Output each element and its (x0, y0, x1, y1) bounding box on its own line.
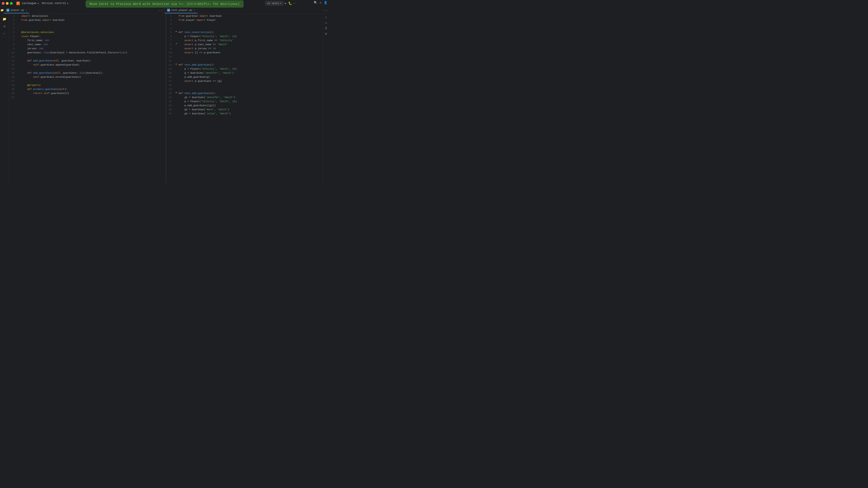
structure-right-icon[interactable]: ⊟ (324, 20, 329, 25)
code-line: 11 (9, 55, 166, 59)
titlebar-actions: 🔍 ⚙ 👤 (314, 1, 327, 4)
play-button[interactable]: ▶ (285, 1, 287, 5)
fullscreen-button[interactable] (10, 2, 13, 5)
checkmark-right-icon: ✓ (326, 9, 327, 12)
account-icon[interactable]: 👤 (324, 1, 327, 4)
titlebar: P laxleague ▾ Version control ▾ Move Car… (0, 0, 329, 7)
code-line: 20 ▶ def test_add_guardians(): (166, 91, 323, 95)
code-line: 4 (9, 26, 166, 30)
code-line: 24 g2 = Guardian('Mark', 'Smith') (166, 107, 323, 111)
py-icon: py (6, 8, 9, 12)
code-line: 19 (166, 87, 323, 91)
tab-close-icon[interactable]: ✕ (26, 9, 27, 11)
code-line: 1 from guardian import Guardian (166, 14, 323, 18)
code-line: 5 @dataclasses.dataclass (9, 30, 166, 34)
code-line: 9 jersey: int (9, 46, 166, 51)
code-line: 10 assert [] == p.guardians (166, 51, 323, 55)
code-line: 7 first_name: str (9, 38, 166, 42)
left-tab-bar: 📁 py player.py ✕ ✓ ⋯ (0, 7, 165, 14)
code-line: 14 (9, 67, 166, 71)
code-line: 3 (9, 22, 166, 26)
code-line: 3 (166, 22, 323, 26)
right-sidebar: ≡ ⊟ 🗄 🗑 (323, 14, 329, 183)
version-control[interactable]: Version control ▾ (41, 2, 68, 5)
code-line: 14 p = Player('Felicity', 'Smith', 16) (166, 67, 323, 71)
code-line: 2 from guardian import Guardian (9, 18, 166, 22)
py-icon-right: py (167, 8, 170, 12)
code-line: 23 p.add_guardians([g1]) (166, 103, 323, 107)
code-line: 12 def add_guardian(self, guardian: Guar… (9, 59, 166, 63)
code-line: 21 (9, 95, 166, 99)
settings-icon[interactable]: ⚙ (320, 1, 321, 4)
traffic-lights (2, 2, 13, 5)
code-line: 19 def primary_guardian(self): (9, 87, 166, 91)
code-line: 18 @property (9, 83, 166, 87)
more-tools-icon[interactable]: ⋯ (1, 30, 8, 37)
checkmark-icon: ✓ (161, 9, 163, 12)
in-tests-pill[interactable]: in tests ▾ (265, 1, 283, 6)
code-line: 5 ▶ def test_construction(): (166, 30, 323, 34)
bookmark-icon[interactable]: ≡ (324, 15, 329, 20)
code-line: 25 g3 = Guardian('Julia', 'Smith') (166, 111, 323, 116)
project-name[interactable]: laxleague ▾ (22, 2, 39, 5)
debug-icon[interactable]: 🐛 (288, 1, 292, 5)
code-line: 11 (166, 55, 323, 59)
tab-test-player-py[interactable]: py test_player.py ✕ (165, 7, 197, 14)
editor-left: 1 import dataclasses 2 from guardian imp… (9, 14, 166, 183)
code-line: 16 p.add_guardian(g) (166, 75, 323, 79)
in-tests-badge: in tests ▾ ▶ 🐛 ⋯ (265, 1, 295, 6)
code-line: 13 ▶ def test_add_guardian(): (166, 63, 323, 67)
code-line: 8 ● assert p.last_name == 'Smith' (166, 42, 323, 46)
tab-bar-options[interactable]: ⋯ (158, 9, 160, 12)
code-line: 16 self.guardians.extend(guardians) (9, 75, 166, 79)
tab-player-py[interactable]: py player.py ✕ (4, 7, 29, 14)
code-line: 2 from player import Player (166, 18, 323, 22)
code-line: 12 (166, 59, 323, 63)
code-line: 15 def add_guardians(self, guardians: li… (9, 71, 166, 75)
code-line: 13 self.guardians.append(guardian) (9, 63, 166, 67)
left-sidebar: 📁 ⊞ ⋯ ▶ ⑂ 🚀 🗄 ⬛ ℹ ⑂ (0, 14, 9, 183)
trash-icon[interactable]: 🗑 (324, 31, 329, 36)
code-line: 21 g1 = Guardian('Jennifer', 'Smith') (166, 95, 323, 99)
code-line: 18 (166, 83, 323, 87)
code-area-left[interactable]: 1 import dataclasses 2 from guardian imp… (9, 14, 166, 183)
more-options-icon[interactable]: ⋯ (293, 1, 295, 5)
file-tree-icon[interactable]: 📁 (1, 16, 8, 22)
close-button[interactable] (2, 2, 4, 5)
code-line: 6 p = Player('Felicity', 'Smith', 16) (166, 34, 323, 38)
editor-right: 1 from guardian import Guardian 2 from p… (166, 14, 323, 183)
tab-bars: 📁 py player.py ✕ ✓ ⋯ py test_player.py ✕… (0, 7, 329, 14)
main-area: 📁 ⊞ ⋯ ▶ ⑂ 🚀 🗄 ⬛ ℹ ⑂ 1 import dataclasses… (0, 14, 329, 183)
code-line: 15 g = Guardian('Jennifer', 'Smith') (166, 71, 323, 75)
code-line: 22 p = Player('Felicity', 'Smith', 16) (166, 99, 323, 103)
code-area-right[interactable]: 1 from guardian import Guardian 2 from p… (166, 14, 323, 183)
code-line: 7 assert p.first_name == 'Felicity' (166, 38, 323, 42)
tab-bar-right-options[interactable]: ⋯ (323, 9, 324, 12)
code-line: 17 assert p.guardians == [g] (166, 79, 323, 83)
database-right-icon[interactable]: 🗄 (324, 26, 329, 31)
search-icon[interactable]: 🔍 (314, 1, 317, 4)
notification-bar: Move Caret to Previous Word with Selecti… (86, 0, 243, 7)
code-line: 20 return self.guardians[0] (9, 91, 166, 95)
code-line: 9 assert p.jersey == 16 (166, 46, 323, 51)
new-file-icon[interactable]: 📁 (0, 7, 4, 14)
app-logo: P (16, 2, 20, 5)
structure-icon[interactable]: ⊞ (1, 23, 8, 29)
tab-close-right-icon[interactable]: ✕ (194, 9, 195, 11)
editor-container: 1 import dataclasses 2 from guardian imp… (9, 14, 329, 183)
code-line: 17 (9, 79, 166, 83)
code-line: 8 last_name: str (9, 42, 166, 46)
code-line: 1 import dataclasses (9, 14, 166, 18)
code-line: 4 (166, 26, 323, 30)
code-line: 6 class Player: (9, 34, 166, 38)
code-line: 10 guardians: list[Guardian] = dataclass… (9, 51, 166, 55)
right-tab-bar: py test_player.py ✕ ✓ ⋯ (165, 7, 329, 14)
minimize-button[interactable] (6, 2, 8, 5)
